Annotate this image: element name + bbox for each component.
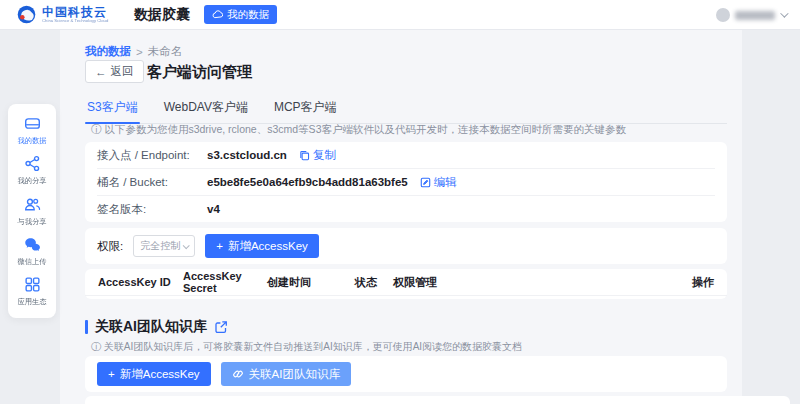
permission-select-value: 完全控制 — [140, 239, 180, 253]
next-section-edge — [85, 396, 790, 404]
link-ai-knowledge-base-button[interactable]: 关联AI团队知识库 — [221, 362, 351, 386]
breadcrumb: 我的数据 > 未命名 — [85, 44, 182, 59]
col-accesskey-secret: AccessKey Secret — [183, 270, 267, 294]
back-arrow-icon: ← — [95, 66, 107, 78]
sidebar-item-my-data[interactable]: 我的数据 — [8, 110, 56, 150]
bucket-row: 桶名 / Bucket: e5be8fe5e0a64efb9cb4add81a6… — [97, 169, 715, 196]
endpoint-value: s3.cstcloud.cn — [207, 149, 287, 161]
add-accesskey-button-2[interactable]: + 新增AccessKey — [97, 362, 211, 386]
share-icon — [24, 155, 41, 172]
external-link-icon[interactable] — [214, 320, 228, 334]
edit-bucket-link[interactable]: 编辑 — [420, 175, 457, 190]
grid-icon — [24, 276, 41, 293]
signature-version-row: 签名版本: v4 — [97, 196, 715, 222]
ai-section-header: 关联AI团队知识库 — [85, 318, 228, 336]
ai-hint-text: ⓘ 关联AI团队知识库后，可将胶囊新文件自动推送到AI知识库，更可使用AI阅读您… — [91, 340, 522, 354]
plus-icon: + — [108, 368, 115, 380]
copy-icon — [299, 150, 310, 161]
s3-hint-text: ⓘ 以下参数为您使用s3drive, rclone、s3cmd等S3客户端软件以… — [91, 123, 626, 137]
sidebar-item-wechat-upload[interactable]: 微信上传 — [8, 231, 56, 271]
logo-text-en: China Science & Technology Cloud — [42, 19, 108, 23]
drive-icon — [24, 115, 41, 132]
sidebar-item-app-ecosystem[interactable]: 应用生态 — [8, 272, 56, 312]
chevron-down-icon — [780, 9, 788, 17]
breadcrumb-separator: > — [136, 46, 143, 58]
bucket-value: e5be8fe5e0a64efb9cb4add81a63bfe5 — [207, 176, 408, 188]
col-actions: 操作 — [692, 275, 714, 290]
app-title: 数据胶囊 — [134, 6, 190, 24]
tab-mcp-client[interactable]: MCP客户端 — [272, 97, 339, 123]
cloud-logo-icon — [16, 4, 37, 25]
client-tabs: S3客户端 WebDAV客户端 MCP客户端 — [85, 97, 727, 124]
col-created-time: 创建时间 — [267, 275, 355, 290]
avatar — [716, 8, 730, 22]
tab-s3-client[interactable]: S3客户端 — [85, 97, 140, 123]
plus-icon: + — [216, 240, 223, 252]
endpoint-label: 接入点 / Endpoint: — [97, 148, 207, 163]
s3-params-card: 接入点 / Endpoint: s3.cstcloud.cn 复制 桶名 / B… — [85, 142, 727, 222]
copy-endpoint-link[interactable]: 复制 — [299, 148, 336, 163]
top-header: 中国科技云 China Science & Technology Cloud 数… — [0, 0, 800, 30]
add-accesskey-button[interactable]: + 新增AccessKey — [205, 234, 319, 258]
link-icon — [232, 368, 244, 380]
logo-text-cn: 中国科技云 — [42, 6, 120, 18]
signature-version-value: v4 — [207, 203, 220, 215]
sidebar-item-my-shares[interactable]: 我的分享 — [8, 150, 56, 190]
ai-section-title: 关联AI团队知识库 — [95, 318, 207, 336]
chevron-down-icon — [183, 242, 190, 249]
signature-version-label: 签名版本: — [97, 202, 207, 217]
page-title: 客户端访问管理 — [147, 63, 252, 82]
wechat-icon — [24, 236, 41, 253]
user-name-redacted — [735, 11, 775, 20]
tab-webdav-client[interactable]: WebDAV客户端 — [162, 97, 250, 123]
people-icon — [24, 196, 41, 213]
sidebar-item-shared-with-me[interactable]: 与我分享 — [8, 191, 56, 231]
sidebar: 我的数据 我的分享 与我分享 微信上传 应用生态 — [8, 104, 56, 318]
section-accent-bar — [85, 320, 88, 334]
accesskey-table-header-card: AccessKey ID AccessKey Secret 创建时间 状态 权限… — [85, 269, 727, 299]
permission-select[interactable]: 完全控制 — [133, 235, 195, 257]
permission-label: 权限: — [97, 239, 123, 254]
ai-buttons-card: + 新增AccessKey 关联AI团队知识库 — [85, 356, 727, 392]
edit-icon — [420, 177, 431, 188]
user-menu[interactable] — [716, 8, 786, 22]
breadcrumb-my-data[interactable]: 我的数据 — [85, 44, 131, 59]
permission-card: 权限: 完全控制 + 新增AccessKey — [85, 228, 727, 264]
breadcrumb-current: 未命名 — [148, 44, 183, 59]
logo[interactable]: 中国科技云 China Science & Technology Cloud — [16, 4, 120, 25]
col-accesskey-id: AccessKey ID — [98, 276, 183, 288]
endpoint-row: 接入点 / Endpoint: s3.cstcloud.cn 复制 — [97, 142, 715, 169]
col-status: 状态 — [355, 275, 393, 290]
accesskey-table-header-row: AccessKey ID AccessKey Secret 创建时间 状态 权限… — [85, 269, 727, 296]
col-permission-mgmt: 权限管理 — [393, 275, 692, 290]
bucket-label: 桶名 / Bucket: — [97, 175, 207, 190]
back-button[interactable]: ← 返回 — [85, 60, 144, 83]
my-data-button[interactable]: 我的数据 — [204, 5, 277, 24]
cloud-icon — [212, 10, 223, 19]
